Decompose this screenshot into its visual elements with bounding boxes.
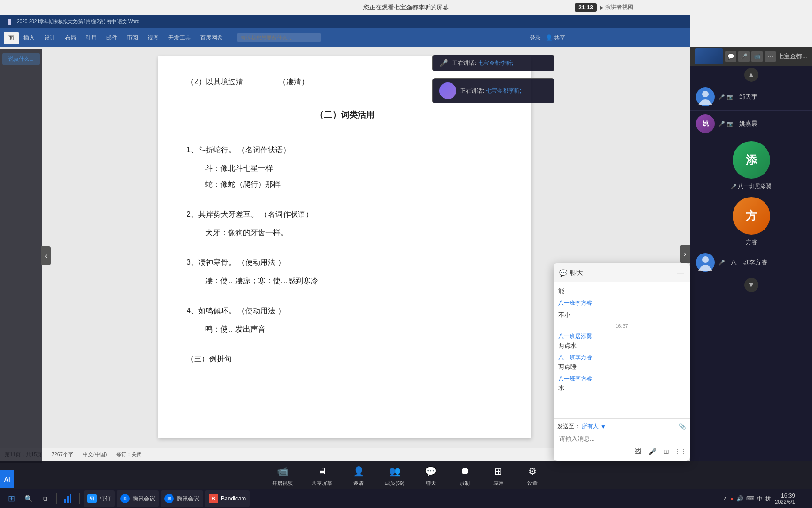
taskbar-dingding[interactable]: 钉 钉钉 (84, 490, 115, 507)
tab-homepage[interactable]: 面 (4, 32, 19, 44)
bandicam-icon: B (209, 494, 218, 503)
ribbon-top-row: ▐▌ 2020-2021学年期末模拟大文(第1篇/第2篇) 初中 语文 Word (0, 15, 690, 28)
avatar-tianyi-large: 添 (733, 141, 770, 179)
presenter-view-btn[interactable]: ▶ 演讲者视图 (600, 3, 633, 11)
chat-tool-more[interactable]: ⋮⋮ (675, 446, 686, 457)
bar-chat[interactable]: 💬 聊天 (423, 464, 438, 487)
main-area: 🎤 正在讲话: 七宝金都李昕; 正在讲话: 七宝金都李昕; （2）以其境过清 （… (0, 47, 812, 461)
chat-tool-image[interactable]: 🖼 (632, 446, 644, 457)
doc-ex1: 1、斗折蛇行。 （名词作状语） (187, 143, 503, 157)
panel-chat-icon[interactable]: 💬 (725, 51, 736, 62)
bar-share-screen[interactable]: 🖥 共享屏幕 (312, 464, 332, 487)
share-screen-icon: 🖥 (314, 464, 329, 479)
sys-keyboard-icon[interactable]: ⌨ (746, 495, 754, 502)
sidebar-arrow-btn[interactable]: ‹ (41, 246, 51, 265)
chat-body: 能 八一班李方睿 不小 16:37 八一班居添翼 两点水 八一班李方睿 两点睡 … (554, 282, 690, 418)
bar-apps[interactable]: ⊞ 应用 (491, 464, 506, 487)
ai-badge[interactable]: Ai (0, 470, 14, 488)
attach-icon[interactable]: 📎 (679, 423, 686, 430)
sys-ime-icon[interactable]: 中 (757, 495, 763, 503)
send-to-label: 发送至： 所有人 ▼ 📎 (557, 422, 686, 430)
ribbon-right-actions: 登录 👤 共享 (530, 28, 565, 47)
bar-settings[interactable]: ⚙ 设置 (525, 464, 540, 487)
chat-close-btn[interactable]: — (677, 269, 684, 277)
taskbar-search-icon[interactable]: 🔍 (21, 491, 36, 506)
tab-review[interactable]: 审阅 (122, 32, 143, 44)
login-btn[interactable]: 登录 (530, 34, 541, 42)
presenter-icon: ▶ (600, 4, 604, 11)
chat-input[interactable] (557, 433, 686, 444)
sidebar-say-something[interactable]: 说点什么... (2, 53, 40, 65)
chat-msg-5: 八一班李方睿 水 (558, 375, 685, 392)
tencent1-label: 腾讯会议 (133, 495, 155, 503)
right-collapse-btn[interactable]: › (680, 245, 690, 263)
svg-rect-4 (70, 494, 71, 503)
bar-invite[interactable]: 👤 邀请 (351, 464, 366, 487)
title-bar: 您正在观看七宝金都李昕的屏幕 ≡ 21:13 ▶ 演讲者视图 — (0, 0, 812, 15)
dingding-label: 钉钉 (100, 495, 111, 503)
send-to-arrow[interactable]: ▼ (601, 423, 606, 430)
tab-view[interactable]: 视图 (143, 32, 164, 44)
doc-ex4: 4、如鸣佩环。 （使动用法 ） (187, 304, 503, 318)
chat-footer: 发送至： 所有人 ▼ 📎 🖼 🎤 ⊞ ⋮⋮ (554, 418, 690, 461)
notify-text-1: 正在讲话: 七宝金都李昕; (452, 59, 513, 67)
chat-time-1: 16:37 (558, 323, 685, 329)
notification-speaking-1: 🎤 正在讲话: 七宝金都李昕; (432, 55, 554, 71)
show-desktop-btn[interactable] (799, 489, 808, 508)
window-title: 您正在观看七宝金都李昕的屏幕 (363, 3, 449, 12)
sys-pinyin-icon[interactable]: 拼 (765, 495, 771, 503)
taskbar-start-icon[interactable]: ⊞ (4, 491, 19, 506)
menu-dots-icon[interactable]: ≡ (408, 3, 413, 12)
avatar-circle (439, 82, 456, 99)
tab-dev[interactable]: 开发工具 (164, 32, 195, 44)
bar-record[interactable]: ⏺ 录制 (457, 464, 472, 487)
tab-baidu[interactable]: 百度网盘 (195, 32, 227, 44)
scroll-up-btn[interactable]: ▲ (744, 68, 758, 82)
tell-me-input[interactable] (237, 33, 321, 42)
chat-tool-grid[interactable]: ⊞ (661, 446, 672, 457)
ribbon-icon-bar[interactable]: ▐▌ (4, 18, 15, 25)
status-lang: 中文(中国) (83, 451, 107, 458)
panel-video-icon[interactable]: 📹 (751, 51, 763, 62)
tencent2-label: 腾讯会议 (177, 495, 199, 503)
panel-more-icon[interactable]: ⋯ (765, 51, 776, 62)
minimize-button[interactable]: — (790, 0, 812, 15)
sys-volume-icon[interactable]: 🔊 (736, 495, 743, 502)
bar-members[interactable]: 👥 成员(59) (385, 464, 405, 487)
scroll-down-btn[interactable]: ▼ (744, 278, 758, 292)
svg-rect-3 (67, 496, 69, 503)
panel-mic-icon[interactable]: 🎤 (738, 51, 750, 62)
bar-video[interactable]: 📹 开启视频 (272, 464, 293, 487)
tencent1-icon: 腾 (120, 494, 130, 503)
doc-ex2a: 犬牙：像狗的牙齿一样。 (205, 226, 503, 240)
fangrui-name-label: 方睿 (690, 238, 812, 249)
taskbar-bandicam[interactable]: B Bandicam (205, 490, 250, 507)
taskbar-tencent2[interactable]: 腾 腾讯会议 (161, 490, 203, 507)
share-btn[interactable]: 👤 共享 (546, 34, 565, 42)
sys-expand-icon[interactable]: ∧ (723, 495, 727, 502)
taskbar-app-charts[interactable] (61, 491, 76, 506)
ribbon-doc-title: 2020-2021学年期末模拟大文(第1篇/第2篇) 初中 语文 Word (17, 18, 686, 25)
doc-ex4a: 鸣：使…发出声音 (205, 323, 503, 336)
send-to-selector[interactable]: 所有人 (582, 422, 599, 430)
taskbar-tencent1[interactable]: 腾 腾讯会议 (117, 490, 159, 507)
tab-layout[interactable]: 布局 (60, 32, 81, 44)
avatar-fangrui-large: 方 (733, 197, 770, 235)
taskbar-taskview-icon[interactable]: ⧉ (38, 491, 53, 506)
panel-host-name: 七宝金都... (778, 52, 807, 61)
chat-label: 聊天 (426, 480, 436, 487)
windows-taskbar: ⊞ 🔍 ⧉ 钉 钉钉 腾 腾讯会议 腾 腾讯会议 B Bandicam ∧ ● … (0, 489, 812, 508)
taskbar-clock[interactable]: 16:39 2022/6/1 (775, 492, 795, 505)
tab-insert[interactable]: 插入 (19, 32, 39, 44)
tab-references[interactable]: 引用 (81, 32, 102, 44)
chat-tool-mic[interactable]: 🎤 (647, 446, 658, 457)
yao-mic: 🎤 (718, 121, 725, 127)
tab-design[interactable]: 设计 (39, 32, 60, 44)
doc-section3-partial: （三）例拼句 (187, 352, 503, 366)
video-icon: 📹 (275, 464, 290, 479)
zouty-cam: 📷 (727, 94, 734, 100)
avatar-yao: 姚 (696, 114, 715, 133)
tab-mail[interactable]: 邮件 (102, 32, 122, 44)
video-label: 开启视频 (272, 480, 293, 487)
chat-msg-0: 能 (558, 287, 685, 295)
